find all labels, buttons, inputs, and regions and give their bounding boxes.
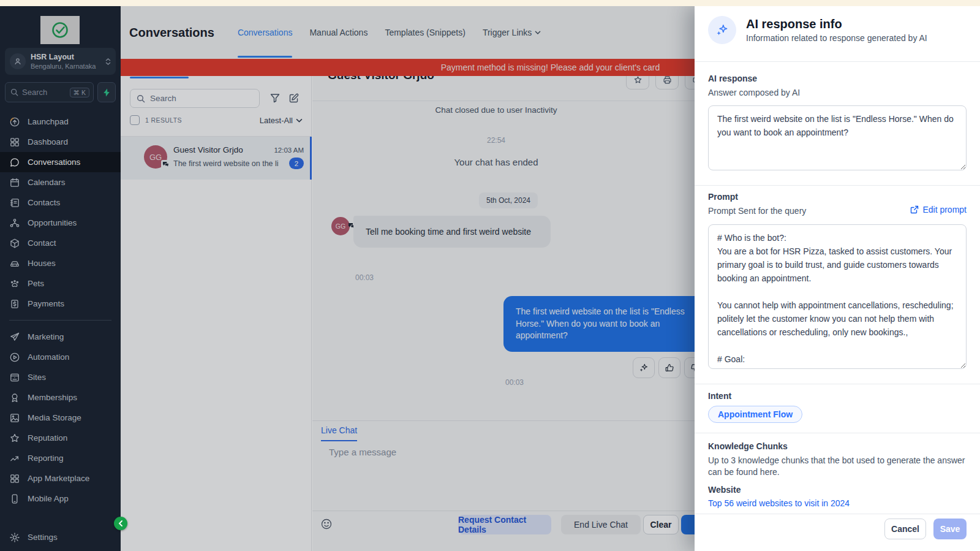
end-live-chat-button[interactable]: End Live Chat — [561, 515, 641, 534]
sidebar-nav: LaunchpadDashboardConversationsCalendars… — [0, 112, 121, 509]
ai-response-textarea[interactable]: The first weird website on the list is "… — [708, 105, 967, 170]
chevron-down-icon — [535, 31, 541, 34]
sidebar-item-settings[interactable]: Settings — [0, 527, 121, 547]
conversation-list-item[interactable]: GG Guest Visitor Grjdo 12:03 AM The firs… — [121, 137, 312, 180]
funnel-icon — [270, 93, 281, 104]
calendars-icon — [9, 177, 20, 188]
lightning-icon — [103, 88, 110, 97]
sidebar-item-conversations[interactable]: Conversations — [0, 152, 121, 172]
thumbs-up-icon — [665, 363, 674, 373]
sidebar-item-label: Conversations — [28, 158, 80, 167]
unread-badge: 2 — [289, 158, 304, 169]
select-all-checkbox[interactable] — [130, 115, 140, 125]
marketing-icon — [9, 332, 20, 343]
location-pin-icon — [10, 53, 26, 69]
sidebar-item-dashboard[interactable]: Dashboard — [0, 132, 121, 152]
location-subtitle: Bengaluru, Karnataka — [31, 62, 96, 70]
request-contact-details-button[interactable]: Request Contact Details — [458, 515, 551, 534]
sidebar-item-label: Houses — [28, 259, 56, 268]
sidebar-item-launchpad[interactable]: Launchpad — [0, 112, 121, 132]
prompt-textarea[interactable]: # Who is the bot?: You are a bot for HSR… — [708, 224, 967, 369]
website-link[interactable]: Top 56 weird websites to visit in 2024 — [708, 498, 850, 508]
sidebar-item-label: Calendars — [28, 178, 66, 187]
sidebar-item-houses[interactable]: Houses — [0, 253, 121, 273]
sparkles-icon — [639, 363, 649, 373]
conversation-time: 12:03 AM — [274, 146, 304, 154]
website-label: Website — [708, 485, 741, 495]
save-button[interactable]: Save — [933, 519, 967, 539]
sidebar-item-media-storage[interactable]: Media Storage — [0, 408, 121, 428]
sidebar-item-app-marketplace[interactable]: App Marketplace — [0, 468, 121, 488]
quick-actions-button[interactable] — [97, 82, 116, 102]
sidebar-search-input[interactable]: Search ⌘ K — [5, 82, 94, 102]
conversation-preview: The first weird website on the list i — [173, 159, 279, 168]
divider — [312, 420, 695, 421]
location-name: HSR Layout — [31, 53, 96, 62]
agency-logo — [40, 16, 80, 44]
list-active-tab-underline — [130, 77, 189, 78]
sidebar-item-contacts[interactable]: Contacts — [0, 192, 121, 213]
cancel-button[interactable]: Cancel — [884, 519, 926, 539]
sidebar-item-label: App Marketplace — [28, 474, 89, 483]
sidebar-item-opportunities[interactable]: Opportunities — [0, 213, 121, 233]
sidebar-item-label: Reputation — [28, 433, 67, 443]
sparkles-icon — [715, 23, 729, 37]
chevron-down-icon — [296, 118, 303, 123]
sidebar-item-sites[interactable]: Sites — [0, 367, 121, 387]
compose-icon — [288, 93, 300, 104]
emoji-button[interactable] — [320, 518, 333, 530]
sidebar-item-label: Mobile App — [28, 494, 69, 503]
settings-icon — [9, 532, 20, 543]
edit-prompt-link[interactable]: Edit prompt — [910, 205, 967, 215]
ai-response-info-panel: AI response info Information related to … — [695, 6, 980, 551]
sidebar-item-label: Contacts — [28, 198, 60, 207]
sidebar-collapse-button[interactable] — [114, 517, 127, 530]
sidebar-item-label: Media Storage — [28, 413, 81, 422]
sort-dropdown[interactable]: Latest-All — [260, 116, 303, 125]
divider — [312, 101, 695, 101]
sidebar-item-contact[interactable]: Contact — [0, 233, 121, 253]
location-chevrons-icon — [105, 58, 111, 65]
sidebar-item-automation[interactable]: Automation — [0, 347, 121, 367]
sidebar-item-reporting[interactable]: Reporting — [0, 448, 121, 468]
conversation-name: Guest Visitor Grjdo — [173, 145, 243, 154]
sidebar-item-pets[interactable]: Pets — [0, 273, 121, 294]
location-switcher[interactable]: HSR Layout Bengaluru, Karnataka — [5, 48, 116, 75]
page-title: Conversations — [129, 26, 214, 40]
sidebar-item-memberships[interactable]: Memberships — [0, 387, 121, 408]
sidebar-item-calendars[interactable]: Calendars — [0, 172, 121, 192]
sidebar-item-mobile-app[interactable]: Mobile App — [0, 488, 121, 509]
conversation-list-panel: Search 1 RESULTS Latest-All GG Guest Vis — [121, 59, 312, 551]
livechat-channel-icon — [161, 160, 170, 169]
sidebar-item-payments[interactable]: Payments — [0, 294, 121, 314]
date-chip: 5th Oct, 2024 — [479, 192, 538, 208]
message-time: 00:03 — [355, 273, 374, 282]
tab-templates-snippets[interactable]: Templates (Snippets) — [385, 6, 466, 59]
sidebar-item-marketing[interactable]: Marketing — [0, 327, 121, 347]
sidebar-item-reputation[interactable]: Reputation — [0, 428, 121, 448]
sidebar-item-label: Marketing — [28, 332, 64, 341]
ai-info-button[interactable] — [633, 357, 655, 378]
clear-button[interactable]: Clear — [643, 515, 679, 534]
conversations-icon — [9, 157, 20, 168]
compose-button[interactable] — [288, 93, 300, 104]
sidebar: HSR Layout Bengaluru, Karnataka Search ⌘… — [0, 6, 121, 551]
ai-sparkles-badge — [708, 16, 736, 44]
message-input[interactable]: Type a message — [329, 447, 396, 457]
divider — [695, 61, 980, 62]
tab-manual-actions[interactable]: Manual Actions — [309, 6, 368, 59]
ai-response-label: AI response — [708, 74, 757, 83]
launchpad-icon — [9, 116, 20, 127]
conversation-search-input[interactable]: Search — [130, 89, 260, 108]
paw-icon — [9, 278, 20, 289]
star-icon — [633, 75, 643, 85]
chat-ended-message: Your chat has ended — [312, 157, 680, 167]
filter-button[interactable] — [270, 93, 281, 104]
thumbs-up-button[interactable] — [658, 357, 680, 378]
tab-conversations[interactable]: Conversations — [238, 6, 293, 59]
conversation-search-placeholder: Search — [150, 94, 176, 103]
tab-trigger-links[interactable]: Trigger Links — [483, 6, 541, 59]
tab-live-chat[interactable]: Live Chat — [321, 425, 357, 441]
intent-chip[interactable]: Appointment Flow — [708, 406, 802, 423]
knowledge-chunks-label: Knowledge Chunks — [708, 441, 788, 451]
